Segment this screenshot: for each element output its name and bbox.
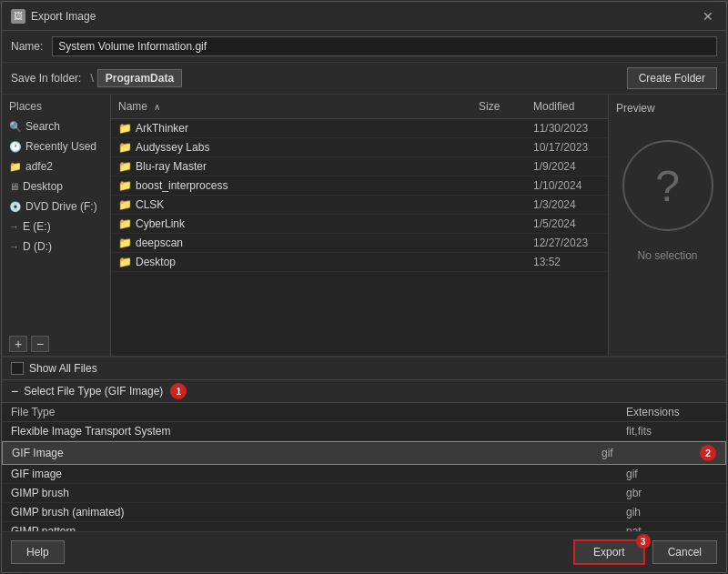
badge-3: 3 [636, 534, 651, 549]
places-item-search-label: Search [25, 120, 60, 133]
places-item-dvd-label: DVD Drive (F:) [25, 200, 97, 213]
file-type-header: File Type Extensions [2, 403, 726, 422]
titlebar: 🖼 Export Image ✕ [2, 2, 726, 31]
select-file-type-label: Select File Type (GIF Image) [24, 385, 163, 398]
list-item[interactable]: GIMP brush gbr [2, 484, 726, 503]
show-all-files-label: Show All Files [29, 362, 97, 375]
preview-header: Preview [616, 102, 655, 115]
titlebar-left: 🖼 Export Image [11, 9, 96, 24]
help-button[interactable]: Help [11, 540, 65, 564]
badge-2: 2 [700, 445, 716, 461]
export-image-dialog: 🖼 Export Image ✕ Name: Save In folder: \… [1, 1, 727, 573]
folder-icon: 📁 [118, 198, 132, 211]
list-item[interactable]: Flexible Image Transport System fit,fits [2, 422, 726, 441]
places-item-recently-used[interactable]: 🕐 Recently Used [2, 136, 110, 156]
places-item-e-drive[interactable]: → E (E:) [2, 217, 110, 237]
save-in-label: Save In folder: [11, 72, 81, 85]
preview-placeholder-icon: ? [655, 161, 680, 211]
table-row[interactable]: 📁Blu-ray Master 1/9/2024 [111, 157, 608, 176]
file-list-header: Name ∧ Size Modified [111, 95, 608, 119]
list-item[interactable]: GIMP brush (animated) gih [2, 503, 726, 522]
name-row: Name: [2, 31, 726, 63]
action-bar: Help Export 3 Cancel [2, 531, 726, 572]
folder-icon: 📁 [118, 122, 132, 135]
search-icon: 🔍 [9, 121, 22, 133]
places-item-desktop-label: Desktop [23, 180, 63, 193]
file-list-panel: Name ∧ Size Modified 📁ArkThinker 11/30/2… [111, 95, 608, 356]
table-row[interactable]: 📁Audyssey Labs 10/17/2023 [111, 138, 608, 157]
places-item-adfe2-label: adfe2 [25, 160, 53, 173]
close-button[interactable]: ✕ [699, 9, 717, 24]
file-list-body: 📁ArkThinker 11/30/2023 📁Audyssey Labs 10… [111, 119, 608, 356]
table-row[interactable]: 📁CyberLink 1/5/2024 [111, 215, 608, 234]
action-buttons: Export 3 Cancel [573, 539, 717, 565]
file-type-ext-header: Extensions [626, 406, 717, 418]
dialog-title: Export Image [31, 10, 96, 23]
places-panel: Places 🔍 Search 🕐 Recently Used 📁 adfe2 … [2, 95, 111, 356]
file-type-body: Flexible Image Transport System fit,fits… [2, 422, 726, 531]
places-item-desktop[interactable]: 🖥 Desktop [2, 176, 110, 196]
places-item-search[interactable]: 🔍 Search [2, 116, 110, 136]
add-place-button[interactable]: + [9, 336, 27, 352]
main-area: Places 🔍 Search 🕐 Recently Used 📁 adfe2 … [2, 95, 726, 357]
drive-e-icon: → [9, 221, 19, 232]
cancel-button[interactable]: Cancel [652, 540, 717, 564]
folder-icon: 📁 [118, 141, 132, 154]
table-row[interactable]: 📁deepscan 12/27/2023 [111, 234, 608, 253]
table-row[interactable]: 📁CLSK 1/3/2024 [111, 196, 608, 215]
folder-separator: \ [90, 72, 93, 85]
places-item-d-drive[interactable]: → D (D:) [2, 237, 110, 257]
folder-icon: 📁 [118, 237, 132, 249]
folder-icon: 📁 [118, 256, 132, 268]
places-item-recently-used-label: Recently Used [25, 140, 96, 153]
folder-icon: 📁 [118, 160, 132, 173]
drive-d-icon: → [9, 241, 19, 252]
modified-column-header[interactable]: Modified [526, 98, 608, 115]
places-controls: + − [2, 332, 110, 356]
places-item-dvd[interactable]: 💿 DVD Drive (F:) [2, 196, 110, 217]
clock-icon: 🕐 [9, 141, 22, 153]
show-all-files-checkbox[interactable] [11, 362, 24, 375]
folder-icon-1: 📁 [9, 161, 22, 173]
preview-panel: Preview ? No selection [608, 95, 726, 356]
places-header: Places [2, 95, 110, 116]
size-column-header[interactable]: Size [471, 98, 526, 115]
name-column-header[interactable]: Name ∧ [111, 98, 471, 115]
badge-1: 1 [170, 383, 187, 399]
bottom-section: Show All Files Select File Type (GIF Ima… [2, 357, 726, 572]
dvd-icon: 💿 [9, 201, 22, 213]
folder-icon: 📁 [118, 179, 132, 192]
table-row[interactable]: 📁boost_interprocess 1/10/2024 [111, 176, 608, 196]
folder-path: \ ProgramData [90, 69, 617, 87]
preview-no-selection-label: No selection [637, 249, 697, 262]
places-item-adfe2[interactable]: 📁 adfe2 [2, 156, 110, 176]
places-item-d-label: D (D:) [23, 240, 52, 253]
select-file-type-row[interactable]: Select File Type (GIF Image) 1 [2, 379, 726, 403]
remove-place-button[interactable]: − [31, 336, 49, 352]
folder-icon: 📁 [118, 217, 132, 230]
folder-row: Save In folder: \ ProgramData Create Fol… [2, 63, 726, 95]
preview-area: ? [622, 140, 713, 231]
list-item-selected[interactable]: GIF Image gif 2 [2, 441, 726, 465]
show-all-files-row: Show All Files [2, 357, 726, 379]
table-row[interactable]: 📁Desktop 13:52 [111, 253, 608, 272]
list-item[interactable]: GIF image gif [2, 465, 726, 484]
folder-name: ProgramData [97, 69, 182, 87]
export-button[interactable]: Export 3 [573, 539, 645, 565]
name-input[interactable] [52, 36, 717, 56]
name-label: Name: [11, 40, 43, 53]
create-folder-button[interactable]: Create Folder [627, 67, 717, 89]
list-item[interactable]: GIMP pattern pat [2, 522, 726, 531]
places-item-e-label: E (E:) [23, 220, 51, 233]
table-row[interactable]: 📁ArkThinker 11/30/2023 [111, 119, 608, 138]
app-icon: 🖼 [11, 9, 25, 24]
desktop-icon: 🖥 [9, 181, 19, 192]
file-type-name-header: File Type [11, 406, 626, 418]
